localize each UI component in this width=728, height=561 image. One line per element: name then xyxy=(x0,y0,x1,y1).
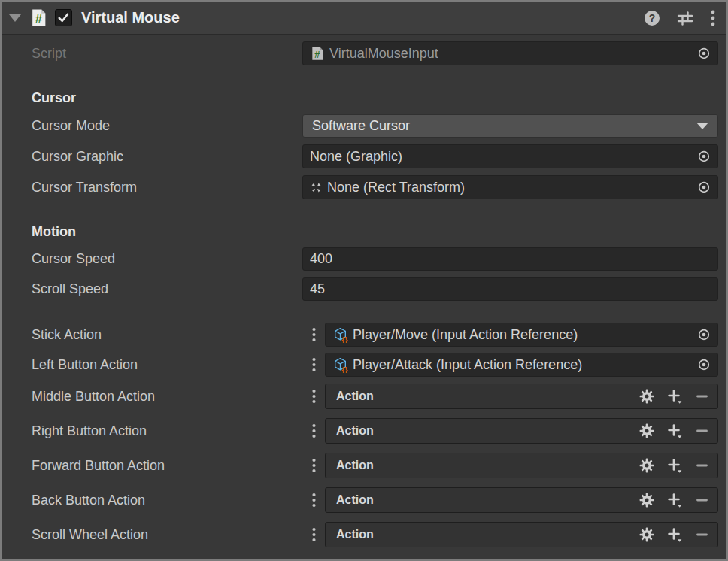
property-label: Scroll Wheel Action xyxy=(32,527,302,543)
object-field-value: Player/Move (Input Action Reference) xyxy=(353,327,578,343)
object-picker-icon[interactable] xyxy=(690,323,717,346)
cursor-speed-input[interactable] xyxy=(310,251,711,267)
section-header-cursor: Cursor xyxy=(2,88,726,108)
property-row-back-button-action: Back Button Action Action xyxy=(2,487,726,513)
add-icon[interactable] xyxy=(667,423,683,439)
kebab-icon[interactable] xyxy=(302,418,325,444)
csharp-script-icon: # xyxy=(29,8,48,27)
action-list-header: Action xyxy=(325,522,718,547)
object-picker-icon[interactable] xyxy=(690,145,717,168)
svg-text:#: # xyxy=(314,49,320,60)
remove-icon[interactable] xyxy=(696,389,708,404)
property-label: Cursor Speed xyxy=(32,251,302,267)
kebab-icon[interactable] xyxy=(302,522,325,547)
kebab-icon[interactable] xyxy=(302,453,325,478)
inspector-panel: # Virtual Mouse ? xyxy=(0,0,728,561)
add-icon[interactable] xyxy=(667,527,683,543)
gear-icon[interactable] xyxy=(639,423,654,438)
property-row-scroll-speed: Scroll Speed xyxy=(2,277,726,301)
action-list-header: Action xyxy=(325,453,718,478)
action-list-header: Action xyxy=(325,487,718,513)
property-row-cursor-transform: Cursor Transform None (Rect Transform) xyxy=(2,175,726,199)
property-label: Stick Action xyxy=(32,327,302,343)
stick-action-object-field[interactable]: {} Player/Move (Input Action Reference) xyxy=(325,323,718,347)
property-label: Scroll Speed xyxy=(32,281,302,297)
kebab-icon[interactable] xyxy=(302,353,325,377)
action-list-header: Action xyxy=(325,384,718,409)
property-row-script: Script # VirtualMouseInput xyxy=(2,41,726,65)
property-label: Middle Button Action xyxy=(32,389,302,405)
object-picker-icon[interactable] xyxy=(690,176,717,199)
action-box-label: Action xyxy=(336,390,374,403)
property-row-left-button-action: Left Button Action {} xyxy=(2,353,726,377)
dropdown-value: Software Cursor xyxy=(312,118,410,134)
action-box-label: Action xyxy=(336,493,374,507)
add-icon[interactable] xyxy=(667,493,683,508)
script-field-value: VirtualMouseInput xyxy=(329,46,438,62)
property-label: Back Button Action xyxy=(32,493,302,508)
foldout-triangle-icon[interactable] xyxy=(9,14,21,22)
cursor-transform-object-field[interactable]: None (Rect Transform) xyxy=(302,175,718,199)
property-row-cursor-graphic: Cursor Graphic None (Graphic) xyxy=(2,144,726,168)
remove-icon[interactable] xyxy=(696,458,708,473)
chevron-down-icon xyxy=(696,123,708,129)
gear-icon[interactable] xyxy=(639,527,654,542)
property-row-cursor-mode: Cursor Mode Software Cursor xyxy=(2,114,726,138)
svg-text:{}: {} xyxy=(342,335,348,343)
add-icon[interactable] xyxy=(667,389,683,405)
remove-icon[interactable] xyxy=(696,493,708,508)
property-label: Cursor Mode xyxy=(32,118,302,134)
csharp-script-icon: # xyxy=(310,46,325,61)
gear-icon[interactable] xyxy=(639,389,654,404)
more-menu-icon[interactable] xyxy=(710,9,716,27)
kebab-icon[interactable] xyxy=(302,487,325,513)
object-field-value: None (Rect Transform) xyxy=(327,180,465,196)
kebab-icon[interactable] xyxy=(302,323,325,347)
action-box-label: Action xyxy=(336,528,374,541)
script-object-field[interactable]: # VirtualMouseInput xyxy=(302,41,718,65)
property-row-cursor-speed: Cursor Speed xyxy=(2,247,726,271)
enabled-checkbox[interactable] xyxy=(55,9,72,26)
section-header-motion: Motion xyxy=(2,222,726,241)
remove-icon[interactable] xyxy=(696,423,708,438)
svg-text:#: # xyxy=(35,11,42,26)
property-row-right-button-action: Right Button Action Action xyxy=(2,418,726,444)
property-row-stick-action: Stick Action {} Pla xyxy=(2,323,726,347)
svg-text:{}: {} xyxy=(342,365,348,373)
action-box-label: Action xyxy=(336,459,374,472)
rect-transform-icon xyxy=(310,181,323,194)
property-row-scroll-wheel-action: Scroll Wheel Action Action xyxy=(2,522,726,547)
property-label: Script xyxy=(32,46,302,62)
scroll-speed-input[interactable] xyxy=(310,281,711,297)
input-action-icon: {} xyxy=(332,357,348,373)
svg-text:?: ? xyxy=(649,12,656,24)
add-icon[interactable] xyxy=(667,458,683,474)
cursor-speed-field xyxy=(302,247,718,271)
action-box-label: Action xyxy=(336,424,374,438)
kebab-icon[interactable] xyxy=(302,384,325,409)
inspector-body: Script # VirtualMouseInput xyxy=(2,35,726,547)
gear-icon[interactable] xyxy=(639,458,654,473)
input-action-icon: {} xyxy=(332,327,348,343)
property-label: Cursor Transform xyxy=(32,180,302,196)
object-picker-icon[interactable] xyxy=(690,42,717,65)
cursor-mode-dropdown[interactable]: Software Cursor xyxy=(302,114,718,138)
checkmark-icon xyxy=(56,11,71,25)
component-header: # Virtual Mouse ? xyxy=(2,2,726,35)
cursor-graphic-object-field[interactable]: None (Graphic) xyxy=(302,144,718,168)
property-label: Forward Button Action xyxy=(32,458,302,474)
object-picker-icon[interactable] xyxy=(690,353,717,376)
property-label: Right Button Action xyxy=(32,423,302,439)
presets-icon[interactable] xyxy=(677,10,693,26)
property-label: Cursor Graphic xyxy=(32,149,302,165)
property-row-forward-button-action: Forward Button Action Action xyxy=(2,453,726,478)
left-button-action-object-field[interactable]: {} Player/Attack (Input Action Reference… xyxy=(325,353,718,377)
object-field-value: Player/Attack (Input Action Reference) xyxy=(353,357,582,373)
gear-icon[interactable] xyxy=(639,493,654,508)
remove-icon[interactable] xyxy=(696,527,708,542)
header-actions: ? xyxy=(644,9,716,27)
help-icon[interactable]: ? xyxy=(644,10,660,26)
component-title: Virtual Mouse xyxy=(81,9,180,26)
action-list-header: Action xyxy=(325,418,718,444)
property-label: Left Button Action xyxy=(32,357,302,373)
